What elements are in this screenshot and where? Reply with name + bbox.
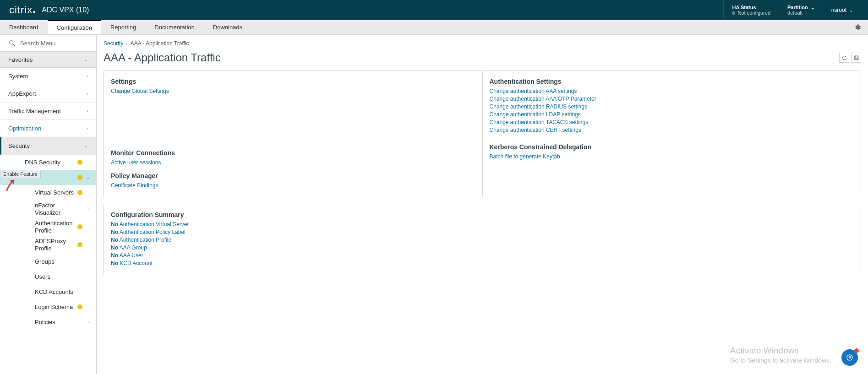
- breadcrumb: Security › AAA - Application Traffic: [104, 40, 861, 47]
- chevron-right-icon: ›: [87, 126, 88, 131]
- page-title: AAA - Application Traffic: [104, 51, 221, 64]
- favorites-section[interactable]: Favorites⌄: [0, 51, 96, 68]
- link-auth-aaa-settings[interactable]: Change authentication AAA settings: [490, 88, 854, 94]
- status-dot-icon: [732, 11, 735, 15]
- chevron-down-icon: ⌄: [811, 5, 814, 10]
- link-auth-tacacs[interactable]: Change authentication TACACS settings: [490, 119, 854, 125]
- main-tabs: Dashboard Configuration Reporting Docume…: [0, 20, 868, 35]
- save-button[interactable]: [851, 53, 861, 63]
- summary-item[interactable]: No Authentication Profile: [111, 237, 854, 243]
- chevron-down-icon: ⌄: [84, 57, 88, 62]
- nav-policies[interactable]: Policies›: [0, 314, 96, 330]
- link-auth-ldap[interactable]: Change authentication LDAP settings: [490, 111, 854, 118]
- top-bar: citrix ADC VPX (10) HA Status Not config…: [0, 0, 868, 20]
- nav-traffic-management[interactable]: Traffic Management›: [0, 103, 96, 120]
- nav-kcd-accounts[interactable]: KCD Accounts: [0, 284, 96, 299]
- notification-dot-icon: [854, 348, 859, 353]
- summary-panel: Configuration Summary No Authentication …: [104, 204, 861, 275]
- user-menu[interactable]: nsroot ⌄: [823, 0, 861, 20]
- alert-icon: !: [77, 304, 82, 309]
- configuration-summary-title: Configuration Summary: [111, 211, 854, 218]
- chevron-down-icon: ⌄: [86, 175, 90, 180]
- nav-dns-security[interactable]: DNS Security!: [0, 155, 96, 170]
- settings-gear-button[interactable]: [847, 20, 868, 34]
- breadcrumb-security[interactable]: Security: [104, 40, 123, 47]
- auth-settings-title: Authentication Settings: [490, 78, 854, 85]
- summary-item[interactable]: No KCD Account: [111, 260, 854, 266]
- chevron-right-icon: ›: [87, 74, 88, 79]
- refresh-button[interactable]: [839, 53, 849, 63]
- sidebar: Favorites⌄ System› AppExpert› Traffic Ma…: [0, 35, 97, 374]
- save-icon: [853, 55, 859, 61]
- activate-windows-watermark: Activate Windows Go to Settings to activ…: [730, 346, 831, 364]
- chevron-right-icon: ›: [88, 320, 90, 325]
- brand-logo: citrix: [9, 4, 35, 16]
- nav-optimization[interactable]: Optimization›: [0, 120, 96, 137]
- tab-configuration[interactable]: Configuration: [48, 20, 101, 34]
- alert-icon: !: [77, 242, 82, 247]
- tab-reporting[interactable]: Reporting: [101, 20, 145, 34]
- alert-icon: !: [77, 190, 82, 195]
- chevron-right-icon: ›: [87, 108, 88, 114]
- chevron-down-icon: ⌄: [849, 8, 853, 13]
- top-panel: Settings Change Global Settings Monitor …: [104, 70, 861, 197]
- nav-users[interactable]: Users: [0, 269, 96, 284]
- svg-point-0: [10, 41, 13, 44]
- search-icon: [8, 39, 16, 47]
- nav-login-schema[interactable]: Login Schema!: [0, 299, 96, 314]
- link-auth-radius[interactable]: Change authentication RADIUS settings: [490, 103, 854, 110]
- partition-value: default: [787, 10, 814, 16]
- breadcrumb-current: AAA - Application Traffic: [131, 40, 189, 47]
- nav-authentication-profile[interactable]: Authentication Profile!: [0, 218, 96, 236]
- link-active-user-sessions[interactable]: Active user sessions: [111, 159, 475, 166]
- policy-manager-title: Policy Manager: [111, 172, 475, 179]
- annotation-arrow: [5, 179, 17, 193]
- feedback-float-button[interactable]: [841, 349, 858, 366]
- svg-line-1: [13, 44, 15, 46]
- user-name: nsroot: [831, 7, 846, 13]
- tab-documentation[interactable]: Documentation: [145, 20, 203, 34]
- summary-item[interactable]: No AAA User: [111, 252, 854, 259]
- link-auth-aaa-otp[interactable]: Change authentication AAA OTP Parameter: [490, 96, 854, 102]
- alert-icon: !: [77, 175, 82, 180]
- ha-status-label: HA Status: [732, 5, 770, 10]
- nav-appexpert[interactable]: AppExpert›: [0, 85, 96, 103]
- partition-selector[interactable]: Partition ⌄ default: [779, 0, 823, 20]
- link-auth-cert[interactable]: Change authentication CERT settings: [490, 127, 854, 133]
- enable-feature-tooltip[interactable]: Enable Feature: [0, 170, 41, 178]
- nav-security[interactable]: Security⌄: [0, 137, 96, 155]
- product-name: ADC VPX (10): [42, 6, 89, 14]
- link-certificate-bindings[interactable]: Certificate Bindings: [111, 182, 475, 189]
- search-input[interactable]: [20, 40, 75, 47]
- partition-label: Partition ⌄: [787, 5, 814, 10]
- alert-icon: !: [77, 224, 82, 229]
- search-row[interactable]: [0, 35, 96, 51]
- arrow-icon: [5, 179, 17, 191]
- nav-system[interactable]: System›: [0, 68, 96, 85]
- kerberos-title: Kerberos Constrained Delegation: [490, 143, 854, 151]
- svg-rect-3: [855, 56, 857, 57]
- tab-dashboard[interactable]: Dashboard: [0, 20, 48, 34]
- svg-rect-4: [855, 58, 857, 60]
- send-icon: [846, 354, 853, 361]
- summary-item[interactable]: No AAA Group: [111, 244, 854, 251]
- ha-status-block[interactable]: HA Status Not configured: [723, 0, 779, 20]
- nav-adfs-proxy-profile[interactable]: ADFSProxy Profile!: [0, 236, 96, 254]
- alert-icon: !: [77, 160, 82, 165]
- main-content: Security › AAA - Application Traffic AAA…: [97, 35, 868, 374]
- gear-icon: [854, 24, 861, 31]
- link-change-global-settings[interactable]: Change Global Settings: [111, 88, 475, 94]
- ha-status-value: Not configured: [732, 10, 770, 16]
- summary-item[interactable]: No Authentication Policy Label: [111, 229, 854, 235]
- monitor-connections-title: Monitor Connections: [111, 149, 475, 157]
- settings-title: Settings: [111, 78, 475, 85]
- chevron-down-icon: ⌄: [84, 143, 88, 148]
- chevron-right-icon: ›: [88, 206, 90, 212]
- nav-groups[interactable]: Groups: [0, 254, 96, 269]
- chevron-right-icon: ›: [87, 91, 88, 96]
- tab-downloads[interactable]: Downloads: [204, 20, 251, 34]
- link-batch-file-keytab[interactable]: Batch file to generate Keytab: [490, 153, 854, 160]
- nav-nfactor-visualizer[interactable]: nFactor Visualizer›: [0, 200, 96, 218]
- summary-item[interactable]: No Authentication Virtual Server: [111, 221, 854, 228]
- refresh-icon: [841, 55, 847, 61]
